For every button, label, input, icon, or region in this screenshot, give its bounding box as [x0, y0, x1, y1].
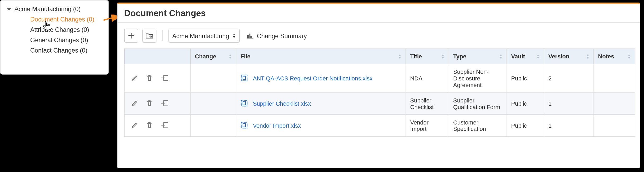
sort-icon: ▲▼ [586, 53, 589, 59]
cell-change [191, 64, 236, 93]
cell-version: 1 [544, 115, 594, 137]
tree-item-document-changes[interactable]: Document Changes (0) [1, 14, 109, 24]
svg-rect-5 [243, 101, 245, 105]
tree-root-count: (0) [73, 5, 81, 12]
grid-wrap: Change▲▼ File▲▼ Title▲▼ Type▲▼ Vault▲▼ V… [118, 49, 640, 168]
table-row: ANT QA-ACS Request Order Notifications.x… [124, 64, 635, 93]
page-title: Document Changes [124, 8, 633, 18]
document-table: Change▲▼ File▲▼ Title▲▼ Type▲▼ Vault▲▼ V… [124, 49, 636, 137]
main-panel: Document Changes Acme Manufacturing ▲▼ [117, 2, 640, 168]
delete-icon[interactable] [146, 100, 153, 108]
sort-icon: ▲▼ [398, 53, 401, 59]
cell-vault: Public [507, 64, 544, 93]
change-summary-button[interactable]: Change Summary [246, 32, 307, 39]
cell-type: Supplier Non-Disclosure Agreement [449, 64, 507, 93]
table-row: Vendor Import.xlsxVendor ImportCustomer … [124, 115, 635, 137]
toolbar: Acme Manufacturing ▲▼ Change Summary [118, 23, 640, 49]
document-icon [240, 121, 248, 130]
move-icon[interactable] [161, 74, 169, 82]
delete-icon[interactable] [146, 74, 153, 82]
import-folder-icon [146, 32, 153, 39]
cell-change [191, 93, 236, 115]
edit-icon[interactable] [131, 74, 138, 82]
sort-icon: ▲▼ [628, 53, 631, 59]
supplier-select-value: Acme Manufacturing [172, 32, 229, 39]
tree-item-count: (0) [87, 16, 94, 23]
cell-actions [124, 93, 191, 115]
col-actions [124, 49, 191, 64]
cell-file: Vendor Import.xlsx [236, 115, 406, 137]
import-button[interactable] [142, 29, 156, 43]
cell-notes [594, 115, 635, 137]
cell-version: 1 [544, 93, 594, 115]
cell-title: Vendor Import [406, 115, 449, 137]
tree-item-label: Contact Changes [30, 47, 78, 54]
svg-rect-1 [241, 75, 247, 81]
toolbar-separator [162, 30, 163, 41]
tree-item-label: Document Changes [30, 16, 85, 23]
tree-root[interactable]: Acme Manufacturing (0) [1, 4, 109, 14]
tree-item-count: (0) [82, 26, 89, 33]
tree-item-label: General Changes [30, 36, 79, 44]
col-type[interactable]: Type▲▼ [449, 49, 507, 64]
cell-title: Supplier Checklist [406, 93, 449, 115]
tree-item-attribute-changes[interactable]: Attribute Changes (0) [1, 24, 109, 35]
col-vault[interactable]: Vault▲▼ [507, 49, 544, 64]
sort-icon: ▲▼ [536, 53, 540, 59]
sort-icon: ▲▼ [499, 53, 502, 59]
cell-actions [124, 64, 191, 93]
cell-type: Supplier Qualification Form [449, 93, 507, 115]
supplier-select[interactable]: Acme Manufacturing ▲▼ [169, 29, 240, 43]
edit-icon[interactable] [131, 122, 138, 130]
document-icon [240, 99, 248, 108]
tree-item-count: (0) [81, 36, 88, 44]
chevron-down-icon [6, 5, 12, 12]
sort-icon: ▲▼ [228, 53, 232, 59]
cell-actions [124, 115, 191, 137]
tree-item-count: (0) [80, 47, 87, 54]
sort-icon: ▲▼ [441, 53, 444, 59]
edit-icon[interactable] [131, 100, 138, 108]
cell-type: Customer Specification [449, 115, 507, 137]
cell-vault: Public [507, 93, 544, 115]
col-version[interactable]: Version▲▼ [544, 49, 594, 64]
svg-rect-2 [243, 76, 245, 79]
cell-change [191, 115, 236, 137]
file-link[interactable]: ANT QA-ACS Request Order Notifications.x… [253, 75, 373, 82]
col-change[interactable]: Change▲▼ [191, 49, 236, 64]
svg-rect-4 [241, 100, 247, 106]
tree-item-general-changes[interactable]: General Changes (0) [1, 35, 109, 45]
tree-root-label: Acme Manufacturing [15, 5, 72, 12]
plus-icon [128, 32, 135, 39]
move-icon[interactable] [161, 122, 169, 130]
bar-chart-icon [246, 32, 253, 39]
file-link[interactable]: Supplier Checklist.xlsx [253, 100, 311, 107]
move-icon[interactable] [161, 100, 169, 108]
tree-item-label: Attribute Changes [30, 26, 80, 33]
cell-file: Supplier Checklist.xlsx [236, 93, 406, 115]
cell-notes [594, 64, 635, 93]
cell-vault: Public [507, 115, 544, 137]
change-summary-label: Change Summary [257, 32, 307, 39]
add-button[interactable] [124, 29, 138, 43]
document-icon [240, 74, 248, 83]
select-arrows-icon: ▲▼ [232, 33, 236, 38]
tree-panel: Acme Manufacturing (0) Document Changes … [0, 0, 109, 75]
delete-icon[interactable] [146, 122, 153, 130]
cell-title: NDA [406, 64, 449, 93]
svg-rect-7 [241, 122, 247, 128]
main-header: Document Changes [118, 4, 640, 23]
col-notes[interactable]: Notes▲▼ [594, 49, 635, 64]
svg-rect-8 [243, 123, 245, 127]
cell-notes [594, 93, 635, 115]
col-title[interactable]: Title▲▼ [406, 49, 449, 64]
cell-version: 2 [544, 64, 594, 93]
col-file[interactable]: File▲▼ [236, 49, 406, 64]
tree-item-contact-changes[interactable]: Contact Changes (0) [1, 45, 109, 55]
file-link[interactable]: Vendor Import.xlsx [253, 122, 301, 129]
cell-file: ANT QA-ACS Request Order Notifications.x… [236, 64, 406, 93]
table-row: Supplier Checklist.xlsxSupplier Checklis… [124, 93, 635, 115]
